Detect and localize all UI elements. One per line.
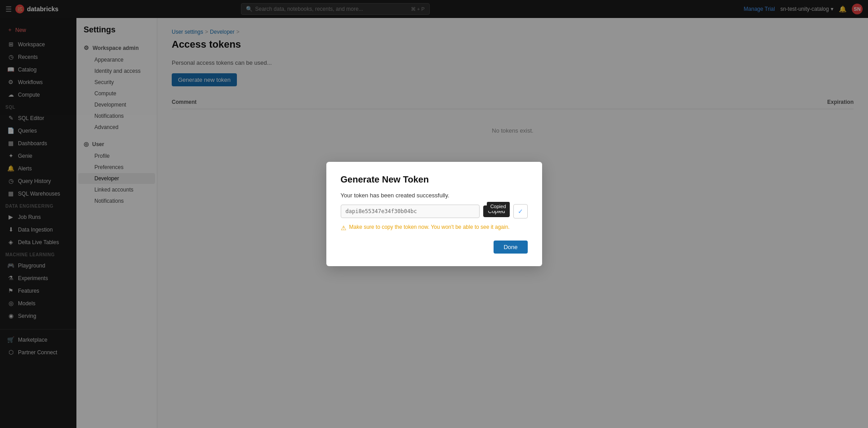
modal-success-message: Your token has been created successfully… bbox=[341, 192, 528, 199]
copied-container: Copied Copied bbox=[483, 205, 509, 217]
warning-text: Make sure to copy the token now. You won… bbox=[349, 224, 510, 230]
modal-overlay[interactable]: Generate New Token Your token has been c… bbox=[0, 0, 868, 428]
done-button[interactable]: Done bbox=[494, 241, 527, 254]
copy-check-icon[interactable]: ✓ bbox=[513, 204, 528, 218]
copied-tooltip: Copied bbox=[487, 202, 510, 211]
modal-title: Generate New Token bbox=[341, 174, 528, 185]
warning-row: ⚠ Make sure to copy the token now. You w… bbox=[341, 224, 528, 232]
token-input[interactable] bbox=[341, 205, 480, 218]
modal-footer: Done bbox=[341, 241, 528, 254]
modal: Generate New Token Your token has been c… bbox=[326, 162, 542, 266]
token-row: Copied Copied ✓ bbox=[341, 204, 528, 218]
warning-icon: ⚠ bbox=[341, 224, 347, 232]
